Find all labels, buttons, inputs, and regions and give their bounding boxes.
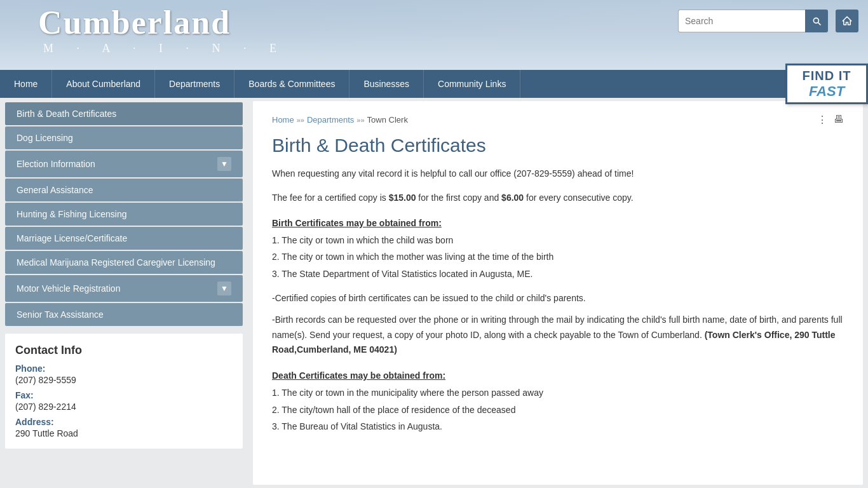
chevron-down-icon: ▼ (217, 157, 231, 171)
sidebar-label-birth-death: Birth & Death Certificates (17, 109, 116, 119)
birth-item-1: 1. The city or town in which the child w… (272, 233, 844, 247)
breadcrumb-home[interactable]: Home (272, 115, 294, 125)
breadcrumb-departments[interactable]: Departments (307, 115, 354, 125)
nav-boards[interactable]: Boards & Committees (234, 70, 349, 98)
nav-businesses[interactable]: Businesses (349, 70, 424, 98)
breadcrumb-actions: ⋮ 🖶 (817, 114, 844, 126)
sidebar-label-dog: Dog Licensing (17, 133, 73, 143)
birth-list: 1. The city or town in which the child w… (272, 233, 844, 281)
sidebar-item-birth-death[interactable]: Birth & Death Certificates (5, 102, 243, 125)
breadcrumb: Home »» Departments »» Town Clerk ⋮ 🖶 (272, 114, 844, 126)
sidebar-label-marriage: Marriage License/Certificate (17, 233, 127, 243)
death-heading: Death Certificates may be obtained from: (272, 370, 844, 381)
fee2: $6.00 (501, 193, 524, 203)
breadcrumb-sep2: »» (356, 116, 364, 124)
nav-home[interactable]: Home (0, 70, 52, 98)
home-button[interactable] (836, 10, 858, 32)
sidebar-label-senior: Senior Tax Assistance (17, 309, 104, 320)
fax-label: Fax: (15, 390, 233, 400)
find-it-fast-button[interactable]: FIND IT FAST (785, 64, 868, 104)
death-item-1: 1. The city or town in the municipality … (272, 386, 844, 400)
address-value: 290 Tuttle Road (15, 428, 233, 438)
header-right (678, 10, 858, 32)
sidebar-item-motor[interactable]: Motor Vehicle Registration ▼ (5, 275, 243, 302)
fax-value: (207) 829-2214 (15, 402, 233, 412)
intro-paragraph-2: The fee for a certified copy is $15.00 f… (272, 191, 844, 205)
sidebar-item-dog[interactable]: Dog Licensing (5, 126, 243, 149)
nav-community[interactable]: Community Links (424, 70, 520, 98)
death-item-2: 2. The city/town hall of the place of re… (272, 403, 844, 417)
nav-departments[interactable]: Departments (155, 70, 234, 98)
site-subtitle: M · A · I · N · E (43, 42, 287, 55)
content-wrapper: Birth & Death Certificates Dog Licensing… (0, 98, 868, 488)
nav-about[interactable]: About Cumberland (52, 70, 155, 98)
sidebar: Birth & Death Certificates Dog Licensing… (0, 98, 248, 488)
home-icon (841, 15, 853, 27)
phone-value: (207) 829-5559 (15, 375, 233, 385)
breadcrumb-sep1: »» (297, 116, 304, 124)
sidebar-label-marijuana: Medical Marijuana Registered Caregiver L… (17, 257, 215, 268)
search-icon (811, 16, 822, 26)
sidebar-item-marriage[interactable]: Marriage License/Certificate (5, 227, 243, 250)
site-header: Cumberland M · A · I · N · E (0, 0, 868, 70)
intro-text-1: When requesting any vital record it is h… (272, 168, 634, 179)
sidebar-item-marijuana[interactable]: Medical Marijuana Registered Caregiver L… (5, 251, 243, 274)
sidebar-label-hunting: Hunting & Fishing Licensing (17, 209, 127, 219)
sidebar-item-senior[interactable]: Senior Tax Assistance (5, 303, 243, 326)
intro-text-2a: The fee for a certified copy is (272, 193, 389, 203)
sidebar-label-general: General Assistance (17, 185, 93, 195)
intro-paragraph-1: When requesting any vital record it is h… (272, 166, 844, 180)
birth-note-1: -Certified copies of birth certificates … (272, 291, 844, 306)
death-item-3: 3. The Bureau of Vital Statistics in Aug… (272, 419, 844, 433)
chevron-down-icon-2: ▼ (217, 281, 231, 295)
navbar: Home About Cumberland Departments Boards… (0, 70, 868, 98)
phone-label: Phone: (15, 363, 233, 374)
death-list: 1. The city or town in the municipality … (272, 386, 844, 433)
birth-note-2: -Birth records can be requested over the… (272, 313, 844, 358)
sidebar-item-hunting[interactable]: Hunting & Fishing Licensing (5, 203, 243, 226)
search-button[interactable] (805, 10, 828, 32)
main-content: Home »» Departments »» Town Clerk ⋮ 🖶 Bi… (253, 101, 863, 485)
birth-heading: Birth Certificates may be obtained from: (272, 218, 844, 228)
contact-info-box: Contact Info Phone: (207) 829-5559 Fax: … (5, 334, 243, 449)
sidebar-item-general[interactable]: General Assistance (5, 179, 243, 201)
breadcrumb-current: Town Clerk (367, 115, 408, 125)
search-input[interactable] (678, 10, 805, 32)
search-box (678, 10, 828, 32)
breadcrumb-path: Home »» Departments »» Town Clerk (272, 115, 408, 125)
find-it-fast-line2: FAST (809, 83, 844, 100)
intro-text-2b: for the first copy and (416, 193, 501, 203)
sidebar-item-election[interactable]: Election Information ▼ (5, 151, 243, 177)
sidebar-label-election: Election Information (17, 159, 95, 169)
site-name: Cumberland (38, 6, 231, 39)
birth-item-3: 3. The State Department of Vital Statist… (272, 267, 844, 281)
contact-heading: Contact Info (15, 344, 233, 357)
intro-text-2c: for every consecutive copy. (524, 193, 633, 203)
find-it-fast-line1: FIND IT (803, 69, 851, 83)
fee1: $15.00 (389, 193, 416, 203)
sidebar-label-motor: Motor Vehicle Registration (17, 283, 120, 294)
print-icon[interactable]: 🖶 (834, 114, 844, 126)
birth-item-2: 2. The city or town in which the mother … (272, 250, 844, 264)
address-label: Address: (15, 417, 233, 427)
page-title: Birth & Death Certificates (272, 135, 844, 156)
logo-area: Cumberland M · A · I · N · E (38, 6, 287, 55)
share-icon[interactable]: ⋮ (817, 114, 827, 126)
